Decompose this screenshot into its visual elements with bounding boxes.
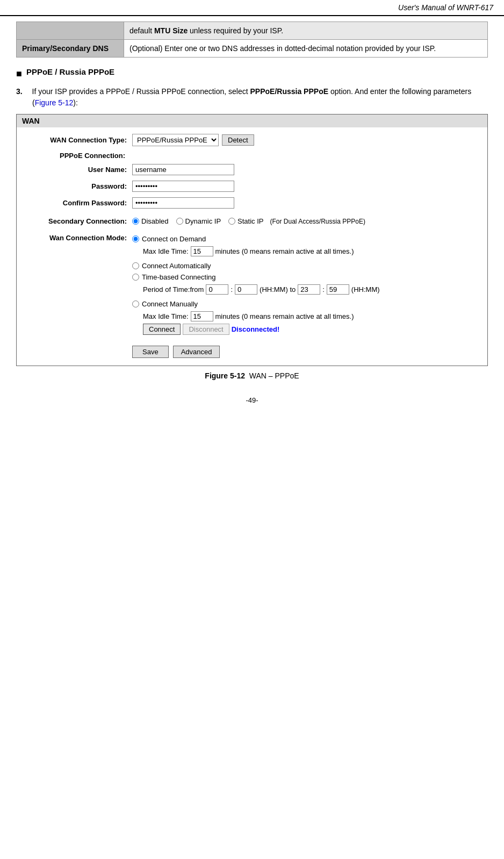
- wan-mode-label: Wan Connection Mode:: [27, 234, 127, 242]
- static-ip-radio[interactable]: [228, 218, 235, 225]
- wan-box: WAN WAN Connection Type: PPPoE/Russia PP…: [16, 114, 488, 366]
- disabled-label: Disabled: [141, 217, 169, 225]
- dns-label: Primary/Secondary DNS: [22, 44, 109, 53]
- dns-label-cell: Primary/Secondary DNS: [17, 40, 124, 58]
- confirm-password-label: Confirm Password:: [27, 199, 127, 207]
- step-text1: If your ISP provides a PPPoE / Russia PP…: [32, 87, 250, 96]
- time-based-label: Time-based Connecting: [142, 273, 216, 281]
- save-button[interactable]: Save: [132, 346, 169, 358]
- section-title: PPPoE / Russia PPPoE: [26, 67, 114, 76]
- password-input[interactable]: [132, 181, 234, 192]
- time-from1-input[interactable]: [206, 284, 228, 295]
- figure-caption: Figure 5-12 WAN – PPPoE: [16, 371, 488, 380]
- colon2: :: [322, 285, 325, 294]
- dns-content-cell: (Optional) Enter one or two DNS addresse…: [124, 40, 488, 58]
- max-idle-label1: Max Idle Time:: [143, 247, 189, 255]
- max-idle-row1: Max Idle Time: minutes (0 means remain a…: [143, 246, 354, 256]
- username-input[interactable]: [132, 164, 234, 175]
- static-ip-label: Static IP: [237, 217, 263, 225]
- username-row: User Name:: [27, 164, 477, 175]
- connect-manual-radio[interactable]: [132, 300, 139, 307]
- confirm-password-input[interactable]: [132, 197, 234, 209]
- wan-box-header: WAN: [17, 114, 487, 127]
- step-bold1: PPPoE/Russia PPPoE: [250, 87, 329, 96]
- step-number: 3.: [16, 87, 23, 96]
- max-idle-row2: Max Idle Time: minutes (0 means remain a…: [143, 311, 354, 321]
- time-period-row: Period of Time:from : (HH:MM) to : (HH:M…: [143, 284, 380, 295]
- dns-content: (Optional) Enter one or two DNS addresse…: [129, 44, 436, 53]
- secondary-connection-label: Secondary Connection:: [27, 217, 127, 225]
- wan-box-body: WAN Connection Type: PPPoE/Russia PPPoE …: [17, 127, 487, 366]
- max-idle-suffix1: minutes (0 means remain active at all ti…: [215, 247, 354, 255]
- secondary-connection-row: Secondary Connection: Disabled Dynamic I…: [27, 217, 477, 225]
- confirm-password-value: [132, 197, 234, 209]
- figure-link[interactable]: Figure 5-12: [35, 98, 74, 107]
- page-number: -49-: [16, 396, 488, 404]
- dual-access-note: (For Dual Access/Russia PPPoE): [270, 218, 365, 225]
- static-ip-option: Static IP: [228, 217, 263, 225]
- wan-connection-type-row: WAN Connection Type: PPPoE/Russia PPPoE …: [27, 134, 477, 146]
- mtu-content-cell: default MTU Size unless required by your…: [124, 22, 488, 40]
- disconnect-button[interactable]: Disconnect: [183, 324, 229, 335]
- connect-manual-label: Connect Manually: [142, 300, 198, 308]
- dynamic-ip-option: Dynamic IP: [176, 217, 221, 225]
- connect-on-demand-option: Connect on Demand: [132, 235, 206, 243]
- header-title: User's Manual of WNRT-617: [398, 3, 493, 12]
- section-bullet: ■: [16, 68, 22, 80]
- wan-mode-options: Connect on Demand Max Idle Time: minutes…: [132, 235, 380, 340]
- wan-mode-row: Wan Connection Mode: Connect on Demand M…: [27, 233, 477, 340]
- connect-manual-option: Connect Manually: [132, 300, 198, 308]
- disconnected-status: Disconnected!: [232, 325, 280, 333]
- connect-auto-label: Connect Automatically: [142, 262, 211, 270]
- step-paragraph: 3. If your ISP provides a PPPoE / Russia…: [16, 86, 488, 109]
- connect-button[interactable]: Connect: [143, 324, 181, 335]
- period-label: Period of Time:from: [143, 285, 204, 294]
- dynamic-ip-label: Dynamic IP: [185, 217, 221, 225]
- secondary-connection-options: Disabled Dynamic IP Static IP (For Dual …: [132, 217, 365, 225]
- password-value: [132, 181, 234, 192]
- connect-auto-radio[interactable]: [132, 262, 139, 269]
- connect-auto-option: Connect Automatically: [132, 262, 211, 270]
- hhmm1: (HH:MM) to: [260, 285, 296, 294]
- connect-on-demand-sub: Max Idle Time: minutes (0 means remain a…: [132, 246, 354, 259]
- time-based-option: Time-based Connecting: [132, 273, 216, 281]
- action-buttons-row: Save Advanced: [27, 346, 477, 358]
- wan-type-select[interactable]: PPPoE/Russia PPPoE: [132, 134, 219, 146]
- connect-on-demand-label: Connect on Demand: [142, 235, 206, 243]
- connect-manual-sub: Max Idle Time: minutes (0 means remain a…: [132, 311, 354, 337]
- pppoe-connection-label: PPPoE Connection:: [27, 152, 477, 160]
- detect-button[interactable]: Detect: [222, 134, 254, 146]
- time-from2-input[interactable]: [235, 284, 257, 295]
- section-heading: ■ PPPoE / Russia PPPoE: [16, 67, 488, 80]
- max-idle-suffix2: minutes (0 means remain active at all ti…: [215, 312, 354, 320]
- time-based-radio[interactable]: [132, 274, 139, 281]
- time-based-sub: Period of Time:from : (HH:MM) to : (HH:M…: [132, 284, 380, 297]
- dynamic-ip-radio[interactable]: [176, 218, 183, 225]
- password-label: Password:: [27, 182, 127, 190]
- empty-label-cell: [17, 22, 124, 40]
- time-to1-input[interactable]: [298, 284, 320, 295]
- advanced-button[interactable]: Advanced: [173, 346, 220, 358]
- confirm-password-row: Confirm Password:: [27, 197, 477, 209]
- wan-connection-type-value: PPPoE/Russia PPPoE Detect: [132, 134, 254, 146]
- max-idle-input2[interactable]: [191, 311, 213, 321]
- max-idle-input1[interactable]: [191, 246, 213, 256]
- figure-label: Figure 5-12: [205, 371, 245, 380]
- username-value: [132, 164, 234, 175]
- wan-connection-type-label: WAN Connection Type:: [27, 136, 127, 144]
- page-header: User's Manual of WNRT-617: [0, 0, 504, 16]
- connect-disconnect-row: Connect Disconnect Disconnected!: [143, 324, 354, 335]
- connect-on-demand-radio[interactable]: [132, 235, 139, 242]
- step-text3: ):: [73, 98, 78, 107]
- figure-text: WAN – PPPoE: [249, 371, 299, 380]
- username-label: User Name:: [27, 166, 127, 174]
- disabled-option: Disabled: [132, 217, 169, 225]
- colon1: :: [231, 285, 233, 294]
- hhmm2: (HH:MM): [351, 285, 380, 294]
- disabled-radio[interactable]: [132, 218, 139, 225]
- time-to2-input[interactable]: [327, 284, 349, 295]
- max-idle-label2: Max Idle Time:: [143, 312, 189, 320]
- password-row: Password:: [27, 181, 477, 192]
- dns-table: default MTU Size unless required by your…: [16, 22, 488, 58]
